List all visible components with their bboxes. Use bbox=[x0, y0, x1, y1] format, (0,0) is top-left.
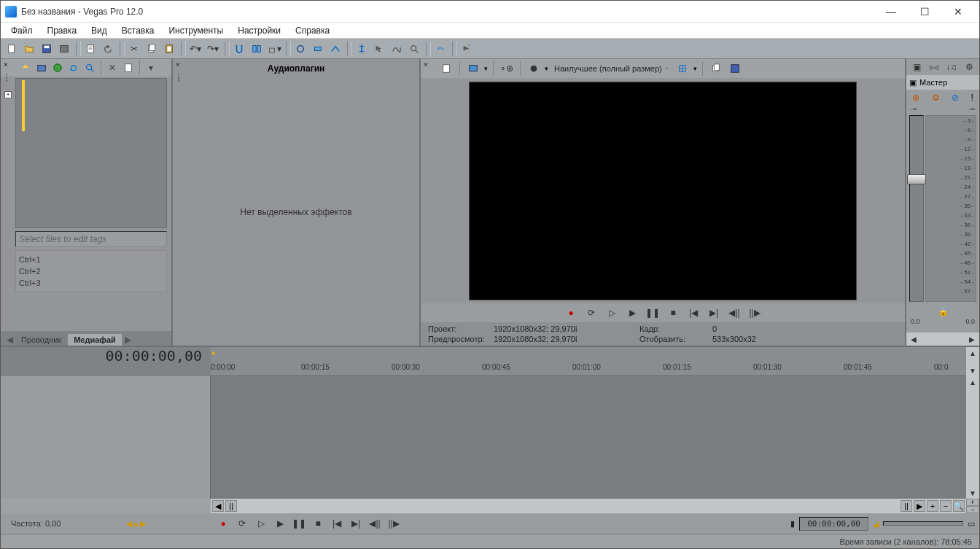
rate-knob-icon[interactable]: ◀▲▶ bbox=[128, 519, 144, 528]
go-start-icon[interactable]: |◀ bbox=[685, 305, 701, 321]
prev-frame-icon[interactable]: ◀|| bbox=[726, 305, 742, 321]
menu-help[interactable]: Справка bbox=[288, 24, 337, 37]
zoom-in-v-icon[interactable]: + bbox=[966, 499, 979, 506]
split-screen-icon[interactable] bbox=[526, 61, 542, 77]
master-dim-icon[interactable]: ▹◃ bbox=[928, 61, 940, 73]
fader-knob[interactable] bbox=[907, 174, 926, 184]
hscroll-left-icon[interactable]: ◀ bbox=[212, 500, 224, 512]
fit-icon[interactable]: ▭ bbox=[968, 519, 975, 529]
next-frame-icon[interactable]: ||▶ bbox=[747, 305, 763, 321]
loop-region-icon[interactable]: ◢ bbox=[873, 519, 879, 529]
preview-close-icon[interactable]: ✕ bbox=[423, 61, 429, 69]
ruler-vscroll[interactable]: ▲ ▼ bbox=[966, 347, 979, 376]
open-icon[interactable] bbox=[21, 41, 37, 57]
master-solo-icon[interactable]: ! bbox=[971, 93, 973, 103]
tl-loop-icon[interactable]: ⟳ bbox=[234, 515, 250, 532]
import-icon[interactable] bbox=[18, 61, 33, 75]
auto-ripple-icon[interactable] bbox=[249, 41, 265, 57]
tracks-vscroll[interactable]: ▲ ▼ bbox=[966, 376, 979, 499]
tab-prev-icon[interactable]: ◀ bbox=[4, 334, 15, 346]
transport-timecode[interactable]: 00:00:00,00 bbox=[799, 517, 868, 531]
timeline-hscroll[interactable]: ◀ || || ▶ + − 🔍 bbox=[211, 499, 966, 513]
tl-end-icon[interactable]: ▶| bbox=[348, 515, 364, 532]
zoom-out-h-icon[interactable]: − bbox=[940, 500, 952, 512]
hscroll-right-icon[interactable]: ▶ bbox=[914, 500, 925, 512]
marker-tool-icon[interactable]: ▮ bbox=[790, 519, 795, 529]
snap-icon[interactable] bbox=[231, 41, 247, 57]
zoom-in-h-icon[interactable]: + bbox=[927, 500, 938, 512]
tl-next-frame-icon[interactable]: ||▶ bbox=[386, 515, 402, 532]
menu-file[interactable]: Файл bbox=[4, 24, 40, 37]
vscroll-up-icon[interactable]: ▲ bbox=[967, 347, 979, 359]
interactive-tutorial-icon[interactable] bbox=[432, 41, 448, 57]
tab-next-icon[interactable]: ▶ bbox=[122, 334, 134, 346]
tl-play-icon[interactable]: ▶ bbox=[272, 515, 288, 532]
master-pointer-icon[interactable]: ▣ bbox=[911, 61, 922, 73]
undo-icon[interactable] bbox=[100, 41, 116, 57]
tl-prev-frame-icon[interactable]: ◀|| bbox=[367, 515, 383, 532]
menu-view[interactable]: Вид bbox=[84, 24, 114, 37]
track-headers[interactable] bbox=[1, 376, 211, 499]
envelope-tool-icon[interactable] bbox=[389, 41, 405, 57]
scroll-left-icon[interactable]: ◀ bbox=[908, 333, 919, 345]
menu-options[interactable]: Настройки bbox=[230, 24, 288, 37]
master-insert-fx-icon[interactable]: ⊕ bbox=[912, 93, 919, 103]
tl-record-icon[interactable]: ● bbox=[215, 515, 231, 532]
menu-edit[interactable]: Правка bbox=[40, 24, 85, 37]
preview-props-icon[interactable] bbox=[438, 61, 454, 77]
ignore-event-icon[interactable] bbox=[292, 41, 308, 57]
tl-start-icon[interactable]: |◀ bbox=[329, 515, 345, 532]
vscroll-dn-icon[interactable]: ▼ bbox=[967, 365, 979, 376]
expand-icon[interactable]: + bbox=[4, 91, 12, 98]
lock-icon[interactable]: 🔒 bbox=[938, 306, 949, 316]
close-button[interactable]: ✕ bbox=[941, 1, 975, 23]
selection-tool-icon[interactable] bbox=[371, 41, 387, 57]
stop-icon[interactable]: ■ bbox=[665, 305, 681, 321]
tl-pause-icon[interactable]: ❚❚ bbox=[291, 515, 307, 532]
crossfade-icon[interactable] bbox=[327, 41, 343, 57]
cut-icon[interactable]: ✂ bbox=[126, 41, 142, 57]
zoom-fit-icon[interactable]: 🔍 bbox=[953, 500, 965, 512]
master-mute-icon[interactable]: ⊘ bbox=[952, 93, 959, 103]
play-start-icon[interactable]: ▷ bbox=[604, 305, 620, 321]
get-media-icon[interactable] bbox=[50, 61, 65, 75]
copy-icon[interactable] bbox=[144, 41, 160, 57]
selection-length[interactable] bbox=[883, 521, 963, 526]
tl-play-start-icon[interactable]: ▷ bbox=[253, 515, 269, 532]
dropdown-icon[interactable]: ▾ bbox=[144, 61, 158, 75]
zoom-out-v-icon[interactable]: − bbox=[966, 506, 979, 513]
properties-icon[interactable] bbox=[82, 41, 98, 57]
scroll-right-icon[interactable]: ▶ bbox=[966, 333, 978, 345]
new-icon[interactable] bbox=[4, 41, 20, 57]
capture-image-icon[interactable] bbox=[34, 61, 49, 75]
panel-close-icon[interactable]: ✕ bbox=[3, 61, 9, 69]
video-output-fx-icon[interactable]: ∘⊕ bbox=[499, 61, 515, 77]
redo-icon[interactable]: ↷▾ bbox=[205, 41, 221, 57]
media-tree[interactable] bbox=[15, 78, 167, 228]
external-monitor-icon[interactable] bbox=[465, 61, 481, 77]
rate-slider[interactable]: ◀▲▶ bbox=[66, 519, 205, 528]
timeline-ruler[interactable]: ▸ 0:00:0000:00:1500:00:3000:00:4500:01:0… bbox=[211, 347, 966, 376]
undo2-icon[interactable]: ↶▾ bbox=[187, 41, 203, 57]
pause-icon[interactable]: ❚❚ bbox=[645, 305, 661, 321]
master-gear-icon[interactable]: ⚙ bbox=[932, 93, 940, 103]
master-fader[interactable] bbox=[909, 115, 924, 302]
track-lanes[interactable] bbox=[211, 376, 966, 499]
menu-tools[interactable]: Инструменты bbox=[161, 24, 230, 37]
normal-edit-icon[interactable] bbox=[310, 41, 326, 57]
tracks-dn-icon[interactable]: ▼ bbox=[967, 487, 979, 499]
overlays-icon[interactable] bbox=[674, 61, 691, 77]
preview-screen[interactable] bbox=[469, 82, 857, 300]
master-settings-icon[interactable]: ⚙ bbox=[963, 61, 975, 73]
render-icon[interactable] bbox=[56, 41, 72, 57]
fx-panel-close-icon[interactable]: ✕ bbox=[175, 61, 181, 69]
menu-insert[interactable]: Вставка bbox=[114, 24, 162, 37]
copy-snapshot-icon[interactable] bbox=[708, 61, 724, 77]
search-icon[interactable] bbox=[82, 61, 97, 75]
tags-field[interactable]: Select files to edit tags bbox=[15, 231, 167, 247]
tl-stop-icon[interactable]: ■ bbox=[310, 515, 326, 532]
save-snapshot-icon[interactable] bbox=[727, 61, 743, 77]
tracks-up-icon[interactable]: ▲ bbox=[967, 376, 979, 388]
paste-icon[interactable] bbox=[161, 41, 177, 57]
remove-icon[interactable]: ✕ bbox=[105, 61, 120, 75]
